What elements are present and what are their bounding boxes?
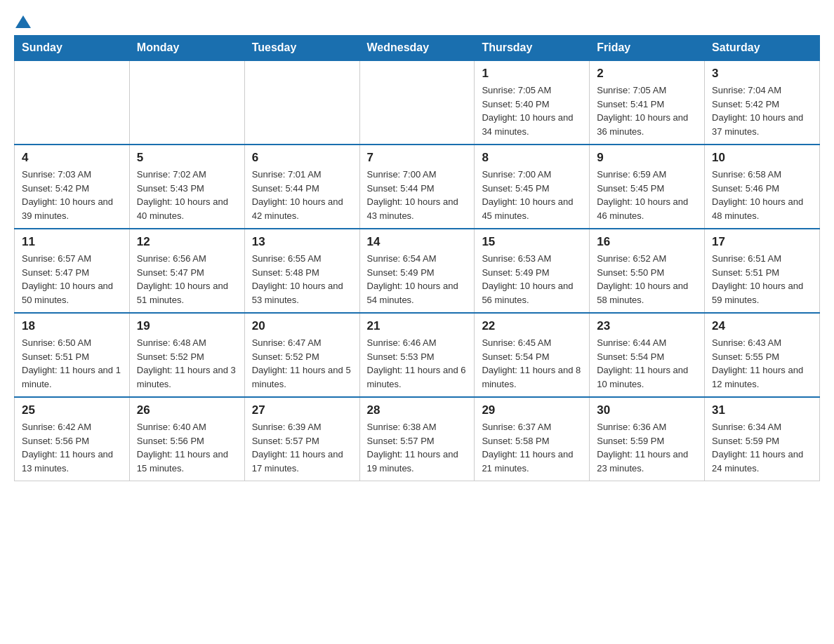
- day-number: 13: [252, 235, 352, 249]
- calendar-body: 1Sunrise: 7:05 AM Sunset: 5:40 PM Daylig…: [15, 60, 820, 481]
- day-info: Sunrise: 6:55 AM Sunset: 5:48 PM Dayligh…: [252, 252, 352, 307]
- day-number: 19: [137, 319, 237, 333]
- calendar-day-cell: 27Sunrise: 6:39 AM Sunset: 5:57 PM Dayli…: [244, 397, 359, 481]
- calendar-week-row: 11Sunrise: 6:57 AM Sunset: 5:47 PM Dayli…: [15, 229, 820, 313]
- calendar-day-cell: 30Sunrise: 6:36 AM Sunset: 5:59 PM Dayli…: [590, 397, 705, 481]
- calendar-day-cell: 6Sunrise: 7:01 AM Sunset: 5:44 PM Daylig…: [244, 145, 359, 229]
- day-of-week-header: Wednesday: [359, 36, 475, 61]
- day-number: 30: [597, 403, 697, 417]
- calendar-day-cell: 4Sunrise: 7:03 AM Sunset: 5:42 PM Daylig…: [15, 145, 130, 229]
- day-number: 3: [712, 67, 812, 81]
- day-number: 22: [482, 319, 582, 333]
- day-info: Sunrise: 7:01 AM Sunset: 5:44 PM Dayligh…: [252, 168, 352, 222]
- day-info: Sunrise: 6:40 AM Sunset: 5:56 PM Dayligh…: [137, 420, 237, 475]
- day-number: 29: [482, 403, 582, 417]
- day-of-week-header: Monday: [129, 36, 244, 61]
- calendar-day-cell: 24Sunrise: 6:43 AM Sunset: 5:55 PM Dayli…: [705, 313, 820, 397]
- day-info: Sunrise: 6:53 AM Sunset: 5:49 PM Dayligh…: [482, 252, 582, 307]
- day-info: Sunrise: 6:58 AM Sunset: 5:46 PM Dayligh…: [712, 168, 812, 222]
- day-info: Sunrise: 6:34 AM Sunset: 5:59 PM Dayligh…: [712, 420, 812, 475]
- calendar-day-cell: 1Sunrise: 7:05 AM Sunset: 5:40 PM Daylig…: [475, 60, 590, 145]
- day-number: 24: [712, 319, 812, 333]
- calendar-day-cell: 15Sunrise: 6:53 AM Sunset: 5:49 PM Dayli…: [475, 229, 590, 313]
- day-of-week-header: Saturday: [705, 36, 820, 61]
- day-info: Sunrise: 6:47 AM Sunset: 5:52 PM Dayligh…: [252, 336, 352, 391]
- calendar-day-cell: [129, 60, 244, 145]
- day-info: Sunrise: 6:44 AM Sunset: 5:54 PM Dayligh…: [597, 336, 697, 391]
- calendar-day-cell: 14Sunrise: 6:54 AM Sunset: 5:49 PM Dayli…: [359, 229, 475, 313]
- day-number: 1: [482, 67, 582, 81]
- calendar-day-cell: 2Sunrise: 7:05 AM Sunset: 5:41 PM Daylig…: [590, 60, 705, 145]
- day-number: 10: [712, 151, 812, 165]
- day-number: 6: [252, 151, 352, 165]
- day-number: 20: [252, 319, 352, 333]
- calendar-day-cell: 18Sunrise: 6:50 AM Sunset: 5:51 PM Dayli…: [15, 313, 130, 397]
- calendar-day-cell: [359, 60, 475, 145]
- day-info: Sunrise: 6:36 AM Sunset: 5:59 PM Dayligh…: [597, 420, 697, 475]
- day-number: 27: [252, 403, 352, 417]
- day-info: Sunrise: 6:45 AM Sunset: 5:54 PM Dayligh…: [482, 336, 582, 391]
- day-info: Sunrise: 6:59 AM Sunset: 5:45 PM Dayligh…: [597, 168, 697, 222]
- calendar-day-cell: 7Sunrise: 7:00 AM Sunset: 5:44 PM Daylig…: [359, 145, 475, 229]
- day-number: 7: [367, 151, 468, 165]
- day-number: 28: [367, 403, 468, 417]
- calendar-day-cell: 31Sunrise: 6:34 AM Sunset: 5:59 PM Dayli…: [705, 397, 820, 481]
- day-info: Sunrise: 7:00 AM Sunset: 5:44 PM Dayligh…: [367, 168, 468, 222]
- day-number: 31: [712, 403, 812, 417]
- logo-triangle-icon: [15, 14, 31, 29]
- calendar-week-row: 25Sunrise: 6:42 AM Sunset: 5:56 PM Dayli…: [15, 397, 820, 481]
- day-info: Sunrise: 6:50 AM Sunset: 5:51 PM Dayligh…: [22, 336, 122, 391]
- calendar-week-row: 1Sunrise: 7:05 AM Sunset: 5:40 PM Daylig…: [15, 60, 820, 145]
- day-info: Sunrise: 6:51 AM Sunset: 5:51 PM Dayligh…: [712, 252, 812, 307]
- page-header: [14, 14, 820, 27]
- day-info: Sunrise: 7:00 AM Sunset: 5:45 PM Dayligh…: [482, 168, 582, 222]
- calendar-header-row: SundayMondayTuesdayWednesdayThursdayFrid…: [15, 36, 820, 61]
- day-number: 9: [597, 151, 697, 165]
- calendar-day-cell: 22Sunrise: 6:45 AM Sunset: 5:54 PM Dayli…: [475, 313, 590, 397]
- day-info: Sunrise: 7:05 AM Sunset: 5:41 PM Dayligh…: [597, 83, 697, 138]
- calendar-day-cell: [15, 60, 130, 145]
- day-number: 25: [22, 403, 122, 417]
- calendar-day-cell: 12Sunrise: 6:56 AM Sunset: 5:47 PM Dayli…: [129, 229, 244, 313]
- calendar-week-row: 18Sunrise: 6:50 AM Sunset: 5:51 PM Dayli…: [15, 313, 820, 397]
- day-info: Sunrise: 6:43 AM Sunset: 5:55 PM Dayligh…: [712, 336, 812, 391]
- calendar-day-cell: 5Sunrise: 7:02 AM Sunset: 5:43 PM Daylig…: [129, 145, 244, 229]
- day-info: Sunrise: 6:48 AM Sunset: 5:52 PM Dayligh…: [137, 336, 237, 391]
- calendar-day-cell: 21Sunrise: 6:46 AM Sunset: 5:53 PM Dayli…: [359, 313, 475, 397]
- calendar-day-cell: 11Sunrise: 6:57 AM Sunset: 5:47 PM Dayli…: [15, 229, 130, 313]
- calendar-day-cell: 10Sunrise: 6:58 AM Sunset: 5:46 PM Dayli…: [705, 145, 820, 229]
- calendar-day-cell: 16Sunrise: 6:52 AM Sunset: 5:50 PM Dayli…: [590, 229, 705, 313]
- day-of-week-header: Friday: [590, 36, 705, 61]
- day-info: Sunrise: 7:05 AM Sunset: 5:40 PM Dayligh…: [482, 83, 582, 138]
- calendar-day-cell: 29Sunrise: 6:37 AM Sunset: 5:58 PM Dayli…: [475, 397, 590, 481]
- calendar-day-cell: 23Sunrise: 6:44 AM Sunset: 5:54 PM Dayli…: [590, 313, 705, 397]
- day-number: 17: [712, 235, 812, 249]
- day-info: Sunrise: 6:39 AM Sunset: 5:57 PM Dayligh…: [252, 420, 352, 475]
- calendar-day-cell: 8Sunrise: 7:00 AM Sunset: 5:45 PM Daylig…: [475, 145, 590, 229]
- day-info: Sunrise: 6:37 AM Sunset: 5:58 PM Dayligh…: [482, 420, 582, 475]
- calendar-day-cell: 25Sunrise: 6:42 AM Sunset: 5:56 PM Dayli…: [15, 397, 130, 481]
- calendar-table: SundayMondayTuesdayWednesdayThursdayFrid…: [14, 35, 820, 481]
- day-number: 26: [137, 403, 237, 417]
- calendar-day-cell: [244, 60, 359, 145]
- day-of-week-header: Tuesday: [244, 36, 359, 61]
- day-number: 4: [22, 151, 122, 165]
- day-of-week-header: Thursday: [475, 36, 590, 61]
- calendar-day-cell: 28Sunrise: 6:38 AM Sunset: 5:57 PM Dayli…: [359, 397, 475, 481]
- day-info: Sunrise: 6:46 AM Sunset: 5:53 PM Dayligh…: [367, 336, 468, 391]
- day-number: 18: [22, 319, 122, 333]
- day-number: 15: [482, 235, 582, 249]
- day-number: 2: [597, 67, 697, 81]
- day-info: Sunrise: 6:38 AM Sunset: 5:57 PM Dayligh…: [367, 420, 468, 475]
- calendar-day-cell: 19Sunrise: 6:48 AM Sunset: 5:52 PM Dayli…: [129, 313, 244, 397]
- logo: [14, 14, 31, 27]
- day-of-week-header: Sunday: [15, 36, 130, 61]
- day-number: 5: [137, 151, 237, 165]
- day-info: Sunrise: 6:54 AM Sunset: 5:49 PM Dayligh…: [367, 252, 468, 307]
- calendar-day-cell: 13Sunrise: 6:55 AM Sunset: 5:48 PM Dayli…: [244, 229, 359, 313]
- day-info: Sunrise: 7:04 AM Sunset: 5:42 PM Dayligh…: [712, 83, 812, 138]
- calendar-week-row: 4Sunrise: 7:03 AM Sunset: 5:42 PM Daylig…: [15, 145, 820, 229]
- day-number: 23: [597, 319, 697, 333]
- calendar-day-cell: 3Sunrise: 7:04 AM Sunset: 5:42 PM Daylig…: [705, 60, 820, 145]
- day-number: 11: [22, 235, 122, 249]
